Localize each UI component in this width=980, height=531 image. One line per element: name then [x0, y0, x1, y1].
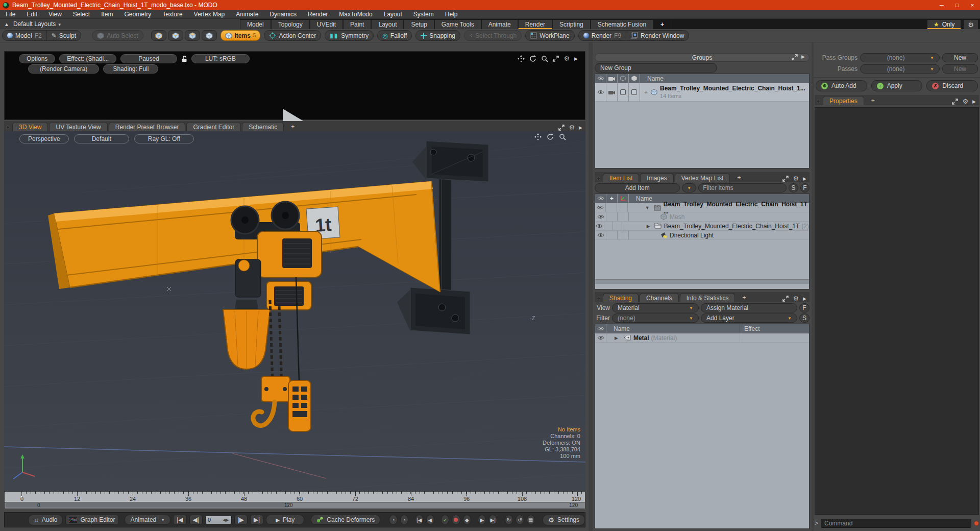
visibility-toggle[interactable]	[595, 333, 606, 342]
minimize-button[interactable]: ─	[934, 0, 949, 10]
discard-button[interactable]: ✗Discard	[926, 80, 978, 91]
prev-frame-button[interactable]: ◀|	[189, 515, 203, 525]
menu-edit[interactable]: Edit	[21, 11, 43, 18]
menu-vertex-map[interactable]: Vertex Map	[188, 11, 231, 18]
scene-filter-button[interactable]: S	[799, 313, 810, 323]
add-item-dropdown[interactable]: ▼	[682, 183, 696, 192]
render-window-button[interactable]: Render Window	[626, 31, 689, 40]
model-mode-button[interactable]: ModelF2	[3, 31, 46, 40]
preview-shading-button[interactable]: Shading: Full	[103, 64, 158, 74]
panel-arrow-icon[interactable]: ▶	[574, 56, 578, 61]
menu-system[interactable]: System	[408, 11, 439, 18]
goto-end-button[interactable]: ▶|	[250, 515, 263, 525]
gear-icon[interactable]: ⚙	[793, 175, 799, 182]
pan-icon[interactable]	[518, 55, 525, 62]
visibility-toggle[interactable]	[595, 222, 604, 230]
tab-gradient-editor[interactable]: Gradient Editor	[186, 122, 241, 131]
command-prompt[interactable]: >	[815, 520, 818, 527]
item-row-directional-light[interactable]: Directional Light	[595, 231, 809, 240]
prev-key-button[interactable]: |◀	[415, 515, 423, 525]
gear-icon[interactable]: ⚙	[569, 124, 575, 131]
shader-view-dropdown[interactable]: Material▼	[612, 303, 699, 312]
polygons-mode-button[interactable]	[185, 30, 200, 41]
menu-select[interactable]: Select	[67, 11, 95, 18]
step-fwd-key-button[interactable]: ▶	[478, 515, 486, 525]
menu-view[interactable]: View	[43, 11, 67, 18]
item-row-scene[interactable]: ▼ Beam_Trolley_Mounted_Electric_Chain_Ho…	[595, 203, 809, 212]
tab-images[interactable]: Images	[640, 173, 673, 182]
filter-button[interactable]: F	[800, 183, 810, 192]
passes-new-button[interactable]: New	[942, 64, 978, 74]
group-row[interactable]: + Beam_Trolley_Mounted_Electric_Chain_Ho…	[595, 83, 809, 102]
menu-animate[interactable]: Animate	[230, 11, 264, 18]
filter-button[interactable]: F	[799, 303, 810, 312]
graph-editor-button[interactable]: Graph Editor	[65, 515, 118, 525]
workplane-button[interactable]: WorkPlane	[526, 31, 574, 40]
panel-splitter[interactable]	[589, 42, 593, 531]
expand-open-icon[interactable]: ▼	[628, 205, 650, 210]
panel-menu-dot[interactable]	[597, 177, 600, 180]
tab-uv-texture-view[interactable]: UV Texture View	[49, 122, 107, 131]
maximize-button[interactable]: □	[949, 0, 965, 10]
tab-properties[interactable]: Properties	[823, 96, 864, 105]
layout-tab-topology[interactable]: Topology	[271, 20, 310, 29]
viewport-shading-button[interactable]: Default	[74, 134, 129, 143]
snapping-button[interactable]: Snapping	[416, 31, 460, 40]
menu-file[interactable]: File	[0, 11, 21, 18]
menu-layout[interactable]: Layout	[378, 11, 408, 18]
center-mode-button[interactable]	[202, 30, 217, 41]
preview-effect-button[interactable]: Effect: (Shadi...	[59, 54, 116, 63]
tab-channels[interactable]: Channels	[640, 293, 679, 302]
zoom-icon[interactable]	[541, 55, 548, 62]
menu-texture[interactable]: Texture	[157, 11, 188, 18]
menu-maxtomodo[interactable]: MaxToModo	[333, 11, 378, 18]
groups-panel-header[interactable]: Groups ▶	[595, 53, 810, 62]
scene-filter-button[interactable]: S	[789, 183, 798, 192]
gear-icon[interactable]: ⚙	[564, 55, 570, 62]
dopesheet-button[interactable]: ▦	[527, 515, 535, 525]
maximize-panel-icon[interactable]	[782, 176, 789, 182]
auto-select-button[interactable]: Auto Select	[92, 31, 142, 40]
command-input[interactable]	[821, 519, 971, 528]
close-button[interactable]: ×	[965, 0, 980, 10]
render-button[interactable]: RenderF9	[579, 31, 626, 40]
panel-arrow-icon[interactable]: ▶	[579, 125, 582, 130]
apply-button[interactable]: ↓Apply	[871, 80, 923, 91]
layout-tab-model[interactable]: Model	[240, 20, 271, 29]
checkbox[interactable]	[629, 83, 640, 102]
render-preview[interactable]: Options Effect: (Shadi... Paused LUT: sR…	[4, 51, 585, 120]
panel-arrow-icon[interactable]: ▶	[803, 296, 806, 301]
panel-menu-dot[interactable]	[597, 297, 600, 300]
layout-switcher[interactable]: Default Layouts ▼	[13, 20, 62, 28]
layout-tab-uvedit[interactable]: UVEdit	[310, 20, 343, 29]
zoom-icon[interactable]	[559, 133, 566, 140]
timeline-range-bar[interactable]: 0 120 120	[4, 502, 585, 509]
auto-key-button[interactable]: ◔	[389, 515, 397, 525]
filter-items-input[interactable]	[698, 183, 787, 192]
visibility-toggle[interactable]	[595, 212, 606, 221]
viewport-raygl-button[interactable]: Ray GL: Off	[134, 134, 194, 143]
status-dot[interactable]	[974, 521, 979, 526]
pan-icon[interactable]	[534, 133, 542, 140]
preview-lut-button[interactable]: LUT: sRGB	[191, 54, 250, 63]
loop-button[interactable]: ↻	[505, 515, 513, 525]
checkbox[interactable]	[618, 83, 629, 102]
preview-camera-button[interactable]: (Render Camera)	[28, 64, 99, 74]
visibility-toggle[interactable]	[595, 83, 606, 102]
current-frame-field[interactable]: 0◀▶	[205, 515, 232, 524]
layout-tab-animate[interactable]: Animate	[481, 20, 518, 29]
timeline-settings-button[interactable]: ⚙Settings	[543, 515, 585, 525]
viewport-projection-button[interactable]: Perspective	[19, 134, 69, 143]
menu-geometry[interactable]: Geometry	[119, 11, 157, 18]
visibility-toggle[interactable]	[595, 231, 606, 239]
layout-tab-layout[interactable]: Layout	[371, 20, 404, 29]
timeline-ruler[interactable]: 0 12 24 36 48 60 72 84 96 108 120	[4, 491, 585, 502]
expand-closed-icon[interactable]: ▶	[606, 335, 618, 341]
maximize-panel-icon[interactable]	[553, 56, 559, 62]
maximize-panel-icon[interactable]	[782, 296, 789, 302]
audio-button[interactable]: ♫Audio	[28, 515, 63, 525]
step-back-key-button[interactable]: ◀	[426, 515, 434, 525]
tab-info-statistics[interactable]: Info & Statistics	[680, 293, 736, 302]
tab-item-list[interactable]: Item List	[603, 173, 639, 182]
key-confirm-button[interactable]: ✓	[441, 515, 449, 525]
